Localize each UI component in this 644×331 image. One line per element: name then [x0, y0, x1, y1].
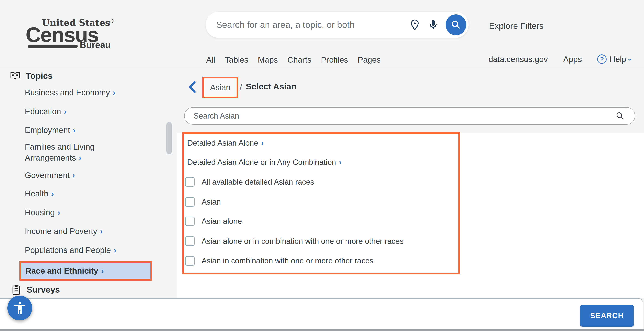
- breadcrumb-selected[interactable]: Asian: [210, 83, 230, 92]
- location-pin-icon[interactable]: [409, 19, 421, 31]
- sidebar-item-race-and-ethnicity[interactable]: Race and Ethnicity ›: [19, 261, 152, 281]
- registered-mark: ®: [110, 18, 114, 23]
- search-icon[interactable]: [615, 111, 625, 121]
- checkbox[interactable]: [185, 256, 194, 266]
- help-label: Help: [610, 55, 626, 64]
- checkbox-row-asian-in-combination[interactable]: Asian in combination with one or more ot…: [185, 256, 374, 266]
- sidebar-item-business-and-economy[interactable]: Business and Economy›: [25, 87, 147, 98]
- chevron-right-icon: ›: [79, 154, 82, 162]
- logo-underline: [28, 45, 78, 48]
- chevron-right-icon: ›: [101, 267, 104, 275]
- drill-link-detailed-asian-alone[interactable]: Detailed Asian Alone›: [187, 139, 264, 147]
- chevron-right-icon: ›: [64, 107, 66, 116]
- chevron-right-icon: ›: [58, 208, 60, 217]
- global-search-bar: [206, 12, 468, 38]
- accessibility-button[interactable]: [7, 296, 32, 321]
- search-submit-button[interactable]: [446, 14, 466, 35]
- apps-link[interactable]: Apps: [563, 55, 582, 64]
- sidebar-item-employment[interactable]: Employment›: [25, 125, 147, 136]
- clipboard-icon: [11, 284, 21, 295]
- window-bottom-edge: [0, 329, 644, 331]
- checkbox-row-asian[interactable]: Asian: [185, 197, 221, 207]
- drill-link-detailed-asian-alone-any-combination[interactable]: Detailed Asian Alone or in Any Combinati…: [187, 158, 342, 167]
- sidebar-item-housing[interactable]: Housing›: [25, 207, 147, 218]
- book-icon: [10, 71, 20, 81]
- checkbox[interactable]: [185, 237, 194, 246]
- footer-bar: [0, 298, 643, 329]
- filter-search-input[interactable]: [184, 108, 615, 124]
- chevron-right-icon: ›: [100, 227, 103, 236]
- tab-all[interactable]: All: [206, 54, 215, 65]
- census-data-page: United States® Census Bureau Explore Fil…: [0, 0, 644, 331]
- chevron-right-icon: ›: [261, 139, 264, 147]
- sidebar-item-education[interactable]: Education›: [25, 106, 147, 117]
- topics-header-label: Topics: [26, 71, 52, 81]
- chevron-down-icon: ›: [626, 58, 634, 61]
- chevron-right-icon: ›: [114, 246, 116, 255]
- checkbox-row-asian-alone-or-in-combination[interactable]: Asian alone or in combination with one o…: [185, 237, 404, 246]
- logo-bureau: Bureau: [80, 40, 111, 50]
- breadcrumb-separator: /: [240, 82, 242, 92]
- breadcrumb-selected-annotation-box: Asian: [202, 77, 238, 98]
- chevron-right-icon: ›: [73, 126, 76, 135]
- site-link[interactable]: data.census.gov: [488, 55, 548, 64]
- checkbox-row-all-available-detailed-asian-races[interactable]: All available detailed Asian races: [185, 177, 314, 187]
- sidebar-item-populations-and-people[interactable]: Populations and People›: [25, 245, 147, 256]
- tab-pages[interactable]: Pages: [358, 54, 380, 65]
- global-search-input[interactable]: [206, 12, 409, 38]
- microphone-icon[interactable]: [427, 19, 439, 31]
- chevron-right-icon: ›: [72, 171, 75, 180]
- help-icon: ?: [597, 54, 606, 64]
- result-type-tabs: All Tables Maps Charts Profiles Pages: [206, 54, 381, 65]
- page-title: Select Asian: [246, 82, 296, 91]
- search-button[interactable]: SEARCH: [580, 305, 634, 327]
- checkbox[interactable]: [185, 197, 194, 207]
- checkbox[interactable]: [185, 217, 194, 226]
- sidebar-item-families-and-living-arrangements[interactable]: Families and Living Arrangements›: [25, 141, 139, 163]
- checkbox[interactable]: [185, 177, 194, 187]
- sidebar-item-income-and-poverty[interactable]: Income and Poverty›: [25, 226, 147, 237]
- surveys-header-label: Surveys: [27, 285, 60, 295]
- tab-tables[interactable]: Tables: [225, 54, 248, 65]
- sidebar-item-government[interactable]: Government›: [25, 170, 147, 181]
- header-divider: [0, 67, 644, 68]
- search-icon: [450, 19, 462, 30]
- chevron-right-icon: ›: [339, 158, 342, 167]
- tab-charts[interactable]: Charts: [288, 54, 312, 65]
- header-right-links: data.census.gov Apps ? Help ›: [488, 54, 632, 64]
- checkbox-row-asian-alone[interactable]: Asian alone: [185, 217, 242, 226]
- sidebar-scrollbar-thumb[interactable]: [166, 122, 172, 154]
- race-and-ethnicity-label: Race and Ethnicity: [26, 266, 98, 276]
- chevron-right-icon: ›: [51, 190, 54, 198]
- chevron-right-icon: ›: [113, 88, 116, 97]
- filter-search-bar: [184, 107, 635, 125]
- explore-filters-title: Explore Filters: [489, 21, 544, 31]
- sidebar-surveys-header[interactable]: Surveys: [11, 284, 60, 295]
- back-button[interactable]: [188, 80, 196, 93]
- accessibility-icon: [12, 301, 27, 315]
- sidebar-topics-header[interactable]: Topics: [10, 71, 52, 81]
- sidebar-item-health[interactable]: Health›: [25, 188, 147, 199]
- help-menu[interactable]: ? Help ›: [597, 54, 632, 64]
- tab-maps[interactable]: Maps: [258, 54, 278, 65]
- tab-profiles[interactable]: Profiles: [321, 54, 348, 65]
